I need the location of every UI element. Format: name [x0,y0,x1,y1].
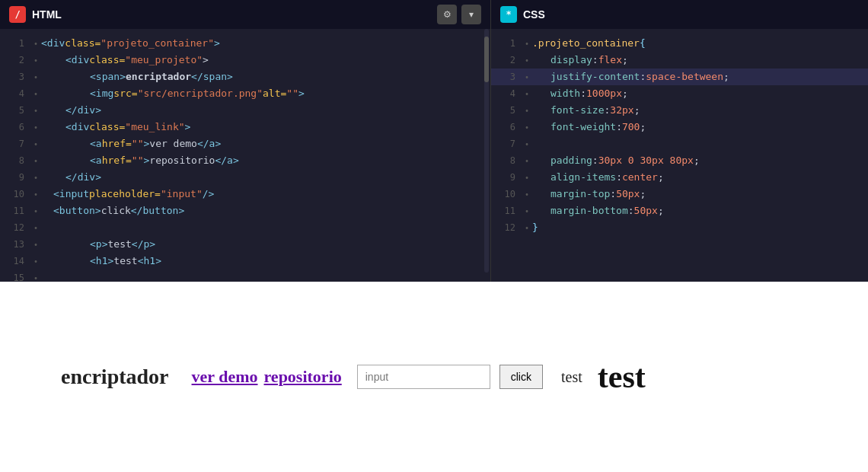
code-line: 3 • <span>encriptador</span> [0,69,490,85]
editor-area: / HTML ⚙ ▾ 1 • <div class="projeto_conta… [0,0,868,282]
code-line: 7 • [491,136,868,152]
html-code-body[interactable]: 1 • <div class="projeto_container"> 2 • … [0,29,490,282]
html-panel-header: / HTML ⚙ ▾ [0,0,490,29]
code-line: 11 • <button>click </button> [0,203,490,219]
line-number: 1 [497,35,515,52]
line-number: 3 [497,69,515,85]
chevron-button[interactable]: ▾ [461,5,481,24]
css-header-left: * CSS [500,6,545,23]
line-number: 15 [6,269,24,282]
code-line: 10 • <input placeholder="input"/> [0,186,490,203]
preview-p-text: test [561,368,582,386]
css-icon: * [500,6,517,23]
code-line: 4 • <img src="src/encriptador.png" alt="… [0,85,490,102]
code-line: 5 • </div> [0,102,490,119]
preview-button[interactable]: click [499,365,543,389]
line-number: 12 [497,219,515,236]
html-icon: / [9,6,26,23]
code-line: 9 • </div> [0,169,490,186]
chevron-down-icon: ▾ [469,9,474,20]
code-line: 6 • font-weight: 700; [491,119,868,136]
html-header-left: / HTML [9,6,62,23]
line-number: 7 [6,136,24,152]
line-number: 14 [6,253,24,269]
code-line: 1 • <div class="projeto_container"> [0,35,490,52]
line-number: 11 [6,203,24,219]
line-number: 8 [497,152,515,169]
code-line: 2 • <div class="meu_projeto" > [0,52,490,69]
gear-button[interactable]: ⚙ [437,5,457,24]
line-number: 3 [6,69,24,85]
code-line: 7 • <a href=""> ver demo</a> [0,136,490,152]
code-line: 15 • [0,269,490,282]
line-number: 1 [6,35,24,52]
code-line: 3 • justify-content: space-between; [491,69,868,85]
css-panel-title: CSS [523,8,545,21]
preview-h1-text: test [598,359,646,395]
line-number: 5 [497,102,515,119]
css-icon-star: * [506,9,511,20]
line-number: 8 [6,152,24,169]
code-line: 8 • padding: 30px 0 30px 80px; [491,152,868,169]
line-number: 2 [497,52,515,69]
line-number: 10 [497,186,515,203]
code-line: 6 • <div class="meu_link"> [0,119,490,136]
line-number: 7 [497,136,515,152]
code-line: 9 • align-items: center; [491,169,868,186]
line-number: 9 [497,169,515,186]
css-code-body[interactable]: 1 • .projeto_container{ 2 • display: fle… [491,29,868,282]
line-number: 5 [6,102,24,119]
line-number: 4 [6,85,24,102]
line-number: 13 [6,236,24,253]
code-line: 2 • display: flex; [491,52,868,69]
line-number: 6 [6,119,24,136]
code-line: 1 • .projeto_container{ [491,35,868,52]
line-number: 4 [497,85,515,102]
css-panel-header: * CSS [491,0,868,29]
line-number: 2 [6,52,24,69]
gear-icon: ⚙ [443,9,452,20]
code-line: 10 • margin-top: 50px; [491,186,868,203]
code-line: 8 • <a href="">repositorio</a> [0,152,490,169]
html-panel-controls: ⚙ ▾ [437,5,481,24]
preview-links: ver demo repositorio [192,367,342,387]
code-line: 13 • <p> test </p> [0,236,490,253]
scrollbar-track[interactable] [484,29,489,273]
line-number: 9 [6,169,24,186]
html-panel: / HTML ⚙ ▾ 1 • <div class="projeto_conta… [0,0,491,282]
preview-input[interactable] [357,365,490,389]
line-number: 6 [497,119,515,136]
line-number: 11 [497,203,515,219]
line-number: 12 [6,219,24,236]
css-panel: * CSS 1 • .projeto_container{ 2 • displa… [491,0,868,282]
html-panel-title: HTML [32,8,62,21]
preview-area: encriptador ver demo repositorio click t… [0,282,868,472]
html-icon-slash: / [14,9,20,20]
scrollbar-thumb[interactable] [484,37,489,82]
code-line: 12 • [0,219,490,236]
code-line: 12 • } [491,219,868,236]
code-line: 11 • margin-bottom: 50px; [491,203,868,219]
preview-title: encriptador [61,365,169,389]
preview-link-demo[interactable]: ver demo [192,367,258,387]
code-line: 14 • <h1> test <h1> [0,253,490,269]
line-number: 10 [6,186,24,203]
code-line: 5 • font-size: 32px; [491,102,868,119]
preview-link-repo[interactable]: repositorio [264,367,342,387]
code-line: 4 • width: 1000px; [491,85,868,102]
